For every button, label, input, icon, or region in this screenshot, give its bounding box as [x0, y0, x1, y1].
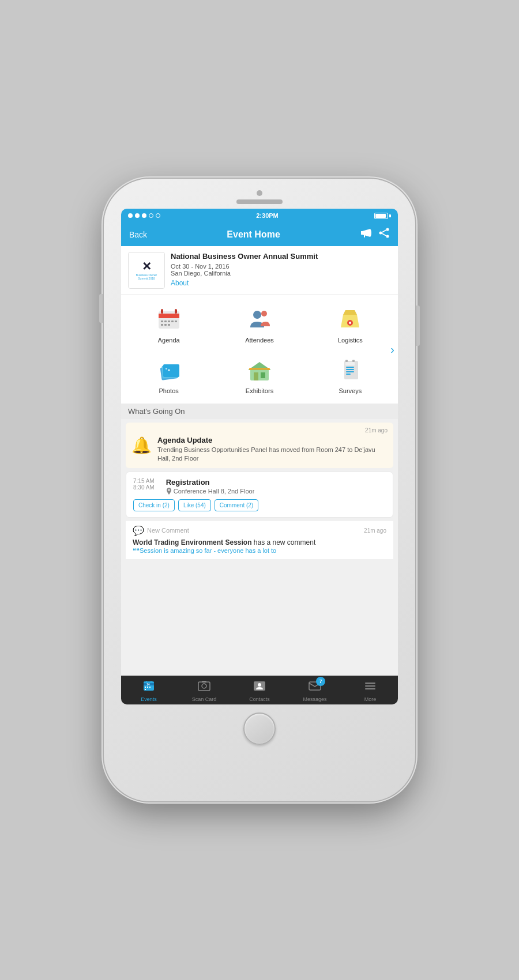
feature-surveys[interactable]: Surveys [306, 350, 394, 399]
svg-point-19 [253, 311, 261, 319]
tab-events[interactable]: 14 Events [121, 679, 176, 702]
svg-rect-8 [159, 314, 179, 318]
tab-more[interactable]: More [343, 679, 398, 702]
svg-rect-9 [161, 309, 163, 314]
comment-header: 💬 New Comment 21m ago [133, 525, 386, 536]
svg-rect-43 [346, 374, 351, 375]
battery-body [374, 213, 388, 219]
event-name: National Business Owner Annual Summit [171, 252, 391, 262]
exhibitors-label: Exhibitors [246, 387, 273, 394]
agenda-icon [154, 304, 184, 334]
event-card-actions: Check in (2) Like (54) Comment (2) [133, 499, 386, 511]
app-header: Back Event Home [121, 223, 398, 246]
feature-logistics[interactable]: Logistics [306, 300, 394, 348]
svg-point-58 [258, 683, 261, 687]
svg-point-20 [261, 311, 267, 316]
svg-rect-30 [250, 369, 269, 380]
svg-rect-49 [145, 687, 146, 688]
back-button[interactable]: Back [129, 230, 147, 239]
svg-rect-39 [352, 360, 355, 362]
feature-attendees[interactable]: Attendees [215, 300, 303, 348]
svg-line-6 [382, 233, 386, 236]
tab-bar: 14 Events Scan Card [121, 676, 398, 704]
calendar-icon: 14 [142, 679, 156, 693]
svg-rect-0 [361, 231, 362, 235]
battery-tip [389, 214, 391, 217]
svg-text:14: 14 [146, 683, 150, 686]
svg-rect-42 [346, 371, 354, 372]
svg-marker-22 [343, 310, 357, 315]
feature-agenda[interactable]: Agenda [125, 300, 213, 348]
share-icon[interactable] [378, 227, 390, 242]
scan-card-icon-wrap [197, 679, 211, 695]
svg-rect-13 [168, 321, 170, 322]
megaphone-icon[interactable] [360, 227, 373, 242]
signal-dot-1 [128, 213, 133, 218]
home-button[interactable] [243, 713, 276, 745]
tab-contacts[interactable]: Contacts [232, 679, 287, 702]
event-card-title: Registration [166, 478, 255, 487]
check-in-button[interactable]: Check in (2) [133, 499, 175, 511]
svg-rect-14 [171, 321, 174, 322]
svg-rect-17 [164, 324, 167, 326]
comment-body: World Trading Environment Session has a … [133, 538, 386, 555]
tab-scan-card[interactable]: Scan Card [176, 679, 232, 702]
messages-badge: 7 [316, 677, 325, 686]
signal-dot-4 [149, 213, 153, 218]
event-end-time: 8:30 AM [133, 484, 155, 491]
svg-point-55 [202, 684, 206, 688]
svg-rect-15 [175, 321, 177, 322]
signal-dot-2 [135, 213, 140, 218]
logo-subtitle: Business OwnerSummit 2018 [136, 273, 157, 281]
logistics-icon [335, 304, 365, 334]
svg-point-36 [268, 368, 270, 370]
svg-point-35 [249, 368, 251, 370]
svg-rect-32 [254, 372, 258, 380]
event-details: National Business Owner Annual Summit Oc… [171, 252, 391, 287]
logistics-label: Logistics [338, 337, 363, 344]
logo-x: ✕ [142, 261, 152, 272]
notification-body-text: Trending Business Opportunities Panel ha… [157, 446, 388, 463]
signal-dots [128, 213, 160, 218]
chevron-right-icon[interactable]: › [390, 343, 394, 356]
svg-rect-51 [149, 687, 151, 688]
section-header-whats-going-on: What's Going On [121, 404, 398, 419]
events-icon-wrap: 14 [142, 679, 156, 695]
event-about-link[interactable]: About [171, 279, 391, 287]
svg-rect-48 [151, 681, 152, 683]
feature-photos[interactable]: Photos [125, 350, 213, 399]
surveys-label: Surveys [339, 387, 362, 394]
scan-card-tab-label: Scan Card [192, 696, 217, 702]
signal-dot-5 [156, 213, 160, 218]
comment-quote: ❝❝Session is amazing so far - everyone h… [133, 547, 276, 554]
event-location: San Diego, California [171, 270, 391, 277]
like-button[interactable]: Like (54) [178, 499, 211, 511]
photos-icon [154, 355, 184, 385]
comment-button[interactable]: Comment (2) [215, 499, 258, 511]
svg-rect-1 [364, 235, 365, 238]
contacts-tab-label: Contacts [249, 696, 270, 702]
comment-session-name: World Trading Environment Session [133, 538, 251, 546]
event-logo: ✕ Business OwnerSummit 2018 [128, 252, 165, 289]
svg-rect-61 [365, 685, 375, 687]
events-tab-label: Events [141, 696, 157, 702]
comment-has-new: has a new comment [254, 538, 315, 546]
page-title: Event Home [227, 229, 280, 240]
comment-card: 💬 New Comment 21m ago World Trading Envi… [126, 520, 393, 559]
svg-rect-33 [261, 372, 265, 378]
svg-point-2 [386, 228, 389, 231]
phone-top [110, 190, 409, 209]
notification-text: Agenda Update Trending Business Opportun… [157, 436, 388, 463]
notification-card: 21m ago 🔔 Agenda Update Trending Busines… [126, 423, 393, 468]
comment-time: 21m ago [364, 527, 386, 534]
svg-rect-62 [365, 688, 375, 689]
svg-rect-18 [168, 324, 170, 326]
more-tab-label: More [364, 696, 377, 702]
feature-exhibitors[interactable]: Exhibitors [215, 350, 303, 399]
tab-messages[interactable]: 7 Messages [287, 679, 343, 702]
contacts-icon [253, 679, 266, 693]
event-times: 7:15 AM 8:30 AM [133, 478, 155, 495]
svg-point-3 [379, 232, 382, 235]
attendees-icon [245, 304, 274, 334]
surveys-icon [335, 355, 365, 385]
